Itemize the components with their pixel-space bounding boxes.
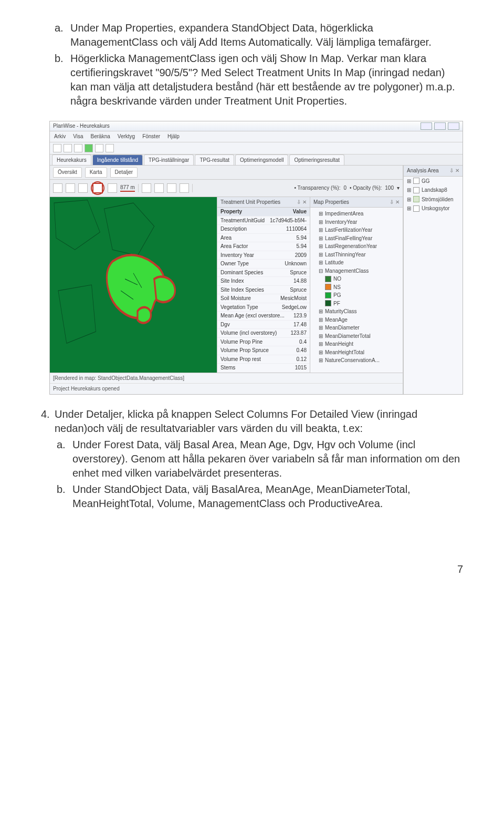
expand-icon[interactable]: ⊞ [319,235,323,242]
transparency-value[interactable]: 0 [343,184,346,192]
expand-icon[interactable]: ⊞ [319,333,323,340]
expand-icon[interactable]: ⊞ [407,187,411,194]
prop-row[interactable]: TreatmentUnitGuid1c7d94d5-b5f4- [217,217,310,225]
prop-row[interactable]: Volume Prop Spruce0.48 [217,346,310,355]
tab-optimeringsresultat[interactable]: Optimeringsresultat [289,154,344,166]
tree-item[interactable]: ⊞NatureConservationA... [313,356,400,365]
expand-icon[interactable]: ⊞ [319,210,323,218]
toolbar-icon[interactable] [64,144,72,152]
subtab-karta[interactable]: Karta [85,167,107,178]
expand-icon[interactable]: ⊞ [319,308,323,315]
checkbox[interactable] [413,178,419,184]
close-button[interactable] [448,122,459,130]
pan-icon[interactable] [108,183,117,193]
expand-icon[interactable]: ⊞ [407,178,411,185]
save-icon[interactable] [167,183,176,193]
tree-item[interactable]: PG [313,291,400,300]
tree-item[interactable]: NS [313,283,400,292]
prop-row[interactable]: Soil MoistureMesicMoist [217,294,310,303]
tree-item[interactable]: ⊞LastRegenerationYear [313,242,400,251]
opacity-value[interactable]: 100 [385,184,394,192]
expand-icon[interactable]: ⊞ [319,259,323,266]
opacity-dropdown-icon[interactable]: ▾ [397,184,400,192]
select-treatment-units-icon[interactable] [93,183,102,193]
prop-row[interactable]: Description1110064 [217,225,310,234]
prop-row[interactable]: Mean Age (excl overstore...123.9 [217,312,310,321]
prop-row[interactable]: Volume Prop rest0.12 [217,355,310,364]
tree-item[interactable]: ⊞MeanDiameterTotal [313,332,400,341]
tree-item[interactable]: ⊞MaturityClass [313,307,400,316]
expand-icon[interactable]: ⊞ [319,357,323,364]
panel-pin-close[interactable]: ⇩ ✕ [297,199,307,206]
prop-row[interactable]: Dominant SpeciesSpruce [217,269,310,277]
expand-icon[interactable]: ⊞ [319,349,323,356]
layer-icon[interactable] [154,183,164,193]
toolbar-icon[interactable] [74,144,82,152]
prop-row[interactable]: Vegetation TypeSedgeLow [217,303,310,312]
menu-item[interactable]: Visa [73,133,83,140]
prop-row[interactable]: Dgv17.48 [217,321,310,329]
expand-icon[interactable]: ⊞ [319,316,323,324]
tree-item[interactable]: ⊞MeanHeight [313,340,400,348]
print-icon[interactable] [180,183,189,193]
menu-item[interactable]: Verktyg [118,133,135,140]
tree-item[interactable]: NO [313,275,400,283]
expand-icon[interactable]: ⊞ [319,251,323,259]
prop-row[interactable]: Volume (incl overstorey)123.87 [217,329,310,338]
zoom-in-icon[interactable] [53,183,62,193]
toolbar-icon[interactable] [95,144,103,152]
panel-pin-close[interactable]: ⇩ ✕ [390,199,400,206]
expand-icon[interactable]: ⊞ [407,196,411,203]
prop-row[interactable]: Owner TypeUnknown [217,260,310,269]
menu-item[interactable]: Hjälp [167,133,180,140]
tree-item[interactable]: ⊟ManagementClass [313,267,400,275]
prop-row[interactable]: Site Index14.88 [217,277,310,286]
minimize-button[interactable] [421,122,432,130]
toolbar-icon[interactable] [106,144,114,152]
tree-item[interactable]: ⊞ImpedimentArea [313,210,400,218]
tab-tpg-installningar[interactable]: TPG-inställningar [144,154,194,166]
expand-icon[interactable]: ⊞ [319,341,323,348]
tree-item[interactable]: ⊞InventoryYear [313,218,400,226]
expand-icon[interactable]: ⊞ [319,219,323,226]
tree-item[interactable]: ⊞LastThinningYear [313,251,400,259]
map-canvas[interactable] [50,197,217,373]
expand-icon[interactable]: ⊞ [319,243,323,250]
subtab-oversikt[interactable]: Översikt [53,167,82,178]
tree-item[interactable]: ⊞LastFertilizationYear [313,226,400,234]
tree-item[interactable]: ⊞MeanAge [313,316,400,324]
menu-item[interactable]: Beräkna [91,133,110,140]
analysis-item[interactable]: ⊞Strömsjöliden [404,195,463,204]
prop-row[interactable]: Area Factor5.94 [217,242,310,251]
analysis-item[interactable]: ⊞Landskap8 [404,185,463,195]
prop-row[interactable]: Volume Prop Pine0.4 [217,338,310,347]
checkbox[interactable] [413,196,419,202]
tree-item[interactable]: ⊞LastFinalFellingYear [313,234,400,243]
zoom-full-icon[interactable] [78,183,88,193]
expand-icon[interactable]: ⊞ [319,226,323,234]
tree-item[interactable]: ⊞Latitude [313,259,400,267]
tree-item[interactable]: ⊞MeanDiameter [313,324,400,332]
prop-row[interactable]: Inventory Year2009 [217,251,310,260]
analysis-item[interactable]: ⊞GG [404,177,463,186]
subtab-detaljer[interactable]: Detaljer [110,167,138,178]
tab-optimeringsmodell[interactable]: Optimeringsmodell [235,154,288,166]
toolbar-icon[interactable] [85,144,93,152]
expand-icon[interactable]: ⊟ [319,267,323,275]
prop-row[interactable]: Area5.94 [217,234,310,243]
prop-row[interactable]: Stems1015 [217,364,310,373]
checkbox[interactable] [413,205,419,212]
tab-tpg-resultat[interactable]: TPG-resultat [195,154,234,166]
analysis-item[interactable]: ⊞Urskogsytor [404,204,463,213]
tab-heurekakurs[interactable]: Heurekakurs [52,154,91,166]
panel-pin-close[interactable]: ⇩ ✕ [449,167,459,174]
menu-item[interactable]: Fönster [142,133,160,140]
info-icon[interactable] [142,183,151,193]
maximize-button[interactable] [434,122,446,130]
expand-icon[interactable]: ⊞ [407,205,411,212]
prop-row[interactable]: Site Index SpeciesSpruce [217,286,310,295]
tab-ingaende-tillstand[interactable]: Ingående tillstånd [92,154,143,166]
toolbar-icon[interactable] [53,144,61,152]
tree-item[interactable]: ⊞MeanHeightTotal [313,348,400,357]
tree-item[interactable]: PF [313,300,400,308]
